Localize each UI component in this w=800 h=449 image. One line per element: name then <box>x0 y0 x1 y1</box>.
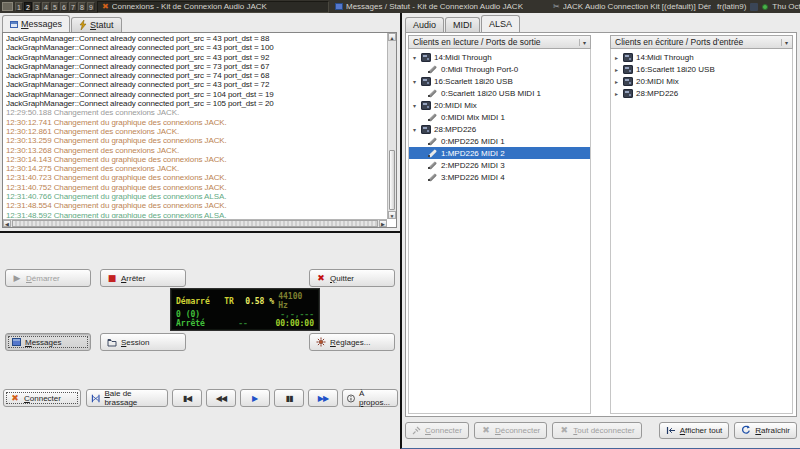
button-label: Quitter <box>330 274 354 283</box>
midi-port-icon <box>428 112 438 122</box>
tab-alsa[interactable]: ALSA <box>481 15 520 32</box>
log-line: JackGraphManager::Connect already connec… <box>6 71 386 80</box>
tab-statut[interactable]: Statut <box>71 17 122 32</box>
start-button[interactable]: ▶ Démarrer <box>5 269 91 287</box>
transport-backward-button[interactable]: ▮◀ <box>172 389 202 407</box>
midi-port-icon <box>428 148 438 158</box>
port-row[interactable]: 3:MPD226 MIDI 4 <box>409 171 590 183</box>
midi-client-icon <box>421 77 431 86</box>
lcd-row-server: Démarré TR 0.58 % 44100 Hz <box>176 292 314 310</box>
port-name: 1:MPD226 MIDI 2 <box>441 149 505 158</box>
disconnect-all-icon: ✖ <box>559 425 569 435</box>
scrollbar-thumb[interactable] <box>12 220 378 227</box>
midi-client-icon <box>623 77 633 86</box>
workspace-7[interactable]: 7 <box>69 2 77 11</box>
session-button[interactable]: Session <box>100 333 186 351</box>
workspace-2[interactable]: 2 <box>24 2 32 11</box>
show-all-button[interactable]: Afficher tout <box>659 422 730 439</box>
collapse-icon[interactable]: ▾ <box>411 54 418 61</box>
client-row[interactable]: ▾14:Midi Through <box>409 51 590 63</box>
client-row[interactable]: ▸16:Scarlett 18i20 USB <box>611 63 792 75</box>
port-row[interactable]: 0:MIDI Mix MIDI 1 <box>409 111 590 123</box>
tab-messages[interactable]: Messages <box>2 15 70 32</box>
tray-status-icon[interactable] <box>762 4 768 10</box>
dropdown-icon[interactable]: ▾ <box>579 39 586 46</box>
client-row[interactable]: ▾16:Scarlett 18i20 USB <box>409 75 590 87</box>
stop-button[interactable]: ■ Arrêter <box>100 269 186 287</box>
connect-ports-button[interactable]: Connecter <box>405 422 469 439</box>
desktop: 123456789 ✖ Connexions - Kit de Connexio… <box>0 0 800 449</box>
port-name: 2:MPD226 MIDI 3 <box>441 161 505 170</box>
workspace-3[interactable]: 3 <box>33 2 41 11</box>
log-vertical-scrollbar[interactable]: ▲ ▼ <box>387 33 396 219</box>
tray-app-icon[interactable] <box>750 3 758 11</box>
readable-clients-header[interactable]: Clients en lecture / Ports de sortie ▾ <box>408 35 591 49</box>
messages-button[interactable]: Messages <box>5 333 91 351</box>
port-row[interactable]: 0:MPD226 MIDI 1 <box>409 135 590 147</box>
refresh-icon <box>741 425 751 435</box>
log-horizontal-scrollbar[interactable]: ◀ ▶ <box>3 219 387 227</box>
port-row[interactable]: 0:Scarlett 18i20 USB MIDI 1 <box>409 87 590 99</box>
scroll-down-icon[interactable]: ▼ <box>388 211 396 219</box>
refresh-button[interactable]: Rafraîchir <box>734 422 797 439</box>
connections-buttonbar: Connecter ✖ Déconnecter ✖ Tout déconnect… <box>405 420 797 440</box>
workspace-9[interactable]: 9 <box>87 2 95 11</box>
expand-icon[interactable]: ▸ <box>613 66 620 73</box>
port-row[interactable]: 1:MPD226 MIDI 2 <box>409 147 590 159</box>
log-line: JackGraphManager::Connect already connec… <box>6 34 386 43</box>
lcd-row-transport: Arrêté -- 00:00:00 <box>176 319 314 328</box>
expand-icon[interactable]: ▸ <box>613 54 620 61</box>
writable-clients-header[interactable]: Clients en écriture / Ports d'entrée ▾ <box>610 35 793 49</box>
workspace-6[interactable]: 6 <box>60 2 68 11</box>
lcd-row-xruns: 0 (0) -,-,--- <box>176 310 314 319</box>
taskbar-window-messages[interactable]: Messages / Statut - Kit de Connexion Aud… <box>331 1 547 13</box>
taskbar-window-connections[interactable]: ✖ Connexions - Kit de Connexion Audio JA… <box>97 1 329 13</box>
status-display: Démarré TR 0.58 % 44100 Hz 0 (0) -,-,---… <box>170 288 320 331</box>
port-row[interactable]: 2:MPD226 MIDI 3 <box>409 159 590 171</box>
about-button[interactable]: À propos... <box>342 389 398 407</box>
client-row[interactable]: ▾28:MPD226 <box>409 123 590 135</box>
dropdown-icon[interactable]: ▾ <box>781 39 788 46</box>
client-row[interactable]: ▸20:MIDI Mix <box>611 75 792 87</box>
disconnect-ports-button[interactable]: ✖ Déconnecter <box>474 422 547 439</box>
expand-icon[interactable]: ▸ <box>613 78 620 85</box>
collapse-icon[interactable]: ▾ <box>411 126 418 133</box>
connect-button[interactable]: ✖ Connecter <box>3 389 81 407</box>
tab-audio[interactable]: Audio <box>405 17 444 32</box>
disconnect-all-button[interactable]: ✖ Tout déconnecter <box>552 422 641 439</box>
port-row[interactable]: 0:Midi Through Port-0 <box>409 63 590 75</box>
transport-bbt: -- <box>228 319 258 328</box>
client-row[interactable]: ▸14:Midi Through <box>611 51 792 63</box>
collapse-icon[interactable]: ▾ <box>411 102 418 109</box>
expand-icon[interactable]: ▸ <box>613 90 620 97</box>
client-row[interactable]: ▸28:MPD226 <box>611 87 792 99</box>
folder-icon <box>107 338 117 347</box>
keyboard-layout-indicator[interactable]: fr(latin9) <box>717 2 746 11</box>
transport-forward-button[interactable]: ▶▶ <box>308 389 338 407</box>
workspace-5[interactable]: 5 <box>51 2 59 11</box>
midi-client-icon <box>623 89 633 98</box>
transport-rewind-button[interactable]: ◀◀ <box>206 389 236 407</box>
workspace-4[interactable]: 4 <box>42 2 50 11</box>
scroll-up-icon[interactable]: ▲ <box>388 33 396 41</box>
disconnect-icon: ✖ <box>481 425 491 435</box>
xrun-count: 0 (0) <box>176 310 200 319</box>
collapse-icon[interactable]: ▾ <box>411 78 418 85</box>
pause-icon: ▮▮ <box>286 394 293 403</box>
scroll-left-icon[interactable]: ◀ <box>3 220 11 227</box>
workspace-8[interactable]: 8 <box>78 2 86 11</box>
scrollbar-thumb[interactable] <box>389 150 395 210</box>
workspace-1[interactable]: 1 <box>15 2 23 11</box>
pager-icon[interactable] <box>2 2 13 11</box>
settings-button[interactable]: Réglages... <box>309 333 395 351</box>
transport-pause-button[interactable]: ▮▮ <box>274 389 304 407</box>
system-tray: fr(latin9) Thu Oct 03, 12:32 <box>717 1 800 12</box>
transport-play-button[interactable]: ▶ <box>240 389 270 407</box>
scroll-right-icon[interactable]: ▶ <box>379 220 387 227</box>
client-name: 14:Midi Through <box>434 53 492 62</box>
quit-button[interactable]: ✖ Quitter <box>309 269 395 287</box>
patchbay-button[interactable]: Baie de brassage <box>86 389 168 407</box>
client-row[interactable]: ▾20:MIDI Mix <box>409 99 590 111</box>
taskbar-window-main[interactable]: ✂ JACK Audio Connection Kit [(default)] … <box>549 1 715 13</box>
tab-midi[interactable]: MIDI <box>445 17 480 32</box>
